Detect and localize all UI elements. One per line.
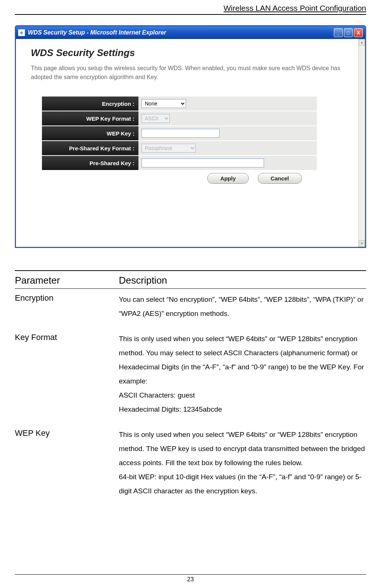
settings-form: Encryption : None WEP Key Format : ASCII: [42, 97, 317, 184]
wep-format-control: ASCII: [139, 111, 317, 125]
psk-control: [139, 156, 317, 170]
desc-param: Key Format: [15, 332, 119, 416]
page-favicon-icon: e: [18, 29, 25, 36]
wep-format-label: WEP Key Format :: [42, 111, 139, 125]
button-row: Apply Cancel: [42, 173, 317, 184]
wep-key-row: WEP Key :: [42, 126, 317, 140]
maximize-button[interactable]: □: [344, 28, 353, 37]
psk-label: Pre-Shared Key :: [42, 156, 139, 170]
window-titlebar: e WDS Security Setup - Microsoft Interne…: [16, 26, 365, 39]
scroll-up-icon[interactable]: ▲: [359, 39, 365, 46]
col-header-description: Description: [119, 275, 366, 286]
page-heading: WDS Security Settings: [31, 47, 348, 59]
window-controls: _ □ X: [334, 28, 363, 37]
minimize-button[interactable]: _: [334, 28, 343, 37]
col-header-parameter: Parameter: [15, 275, 119, 286]
wep-key-label: WEP Key :: [42, 126, 139, 140]
scroll-down-icon[interactable]: ▼: [359, 240, 365, 247]
page-intro-text: This page allows you setup the wireless …: [31, 64, 348, 82]
wep-format-row: WEP Key Format : ASCII: [42, 111, 317, 125]
encryption-select[interactable]: None: [141, 99, 186, 108]
cancel-button[interactable]: Cancel: [258, 173, 302, 184]
psk-format-row: Pre-Shared Key Format : Passphrase: [42, 141, 317, 155]
encryption-control: None: [139, 97, 317, 111]
psk-format-select[interactable]: Passphrase: [141, 144, 196, 153]
desc-param: Encryption: [15, 293, 119, 321]
wep-format-select[interactable]: ASCII: [141, 114, 170, 123]
browser-window: e WDS Security Setup - Microsoft Interne…: [15, 25, 366, 248]
description-section: Parameter Description Encryption You can…: [15, 270, 366, 498]
vertical-scrollbar[interactable]: ▲ ▼: [358, 39, 365, 247]
inner-page: WDS Security Settings This page allows y…: [16, 39, 358, 247]
desc-text: This is only used when you select “WEP 6…: [119, 332, 366, 416]
window-title: WDS Security Setup - Microsoft Internet …: [28, 29, 166, 36]
browser-content: WDS Security Settings This page allows y…: [16, 39, 365, 247]
wep-key-input[interactable]: [141, 129, 219, 138]
apply-button[interactable]: Apply: [207, 173, 249, 184]
psk-input[interactable]: [141, 159, 264, 167]
description-header: Parameter Description: [15, 274, 366, 288]
psk-format-control: Passphrase: [139, 141, 317, 155]
wep-key-control: [139, 126, 317, 140]
desc-row-keyformat: Key Format This is only used when you se…: [15, 332, 366, 416]
desc-text: You can select “No encryption”, “WEP 64b…: [119, 293, 366, 321]
desc-row-wepkey: WEP Key This is only used when you selec…: [15, 428, 366, 498]
desc-row-encryption: Encryption You can select “No encryption…: [15, 293, 366, 321]
desc-text: This is only used when you select “WEP 6…: [119, 428, 366, 498]
page-number: 23: [15, 574, 366, 583]
psk-row: Pre-Shared Key :: [42, 156, 317, 170]
document-header: Wireless LAN Access Point Configuration: [15, 0, 366, 15]
encryption-label: Encryption :: [42, 97, 139, 111]
desc-param: WEP Key: [15, 428, 119, 498]
close-button[interactable]: X: [354, 28, 363, 37]
encryption-row: Encryption : None: [42, 97, 317, 111]
psk-format-label: Pre-Shared Key Format :: [42, 141, 139, 155]
